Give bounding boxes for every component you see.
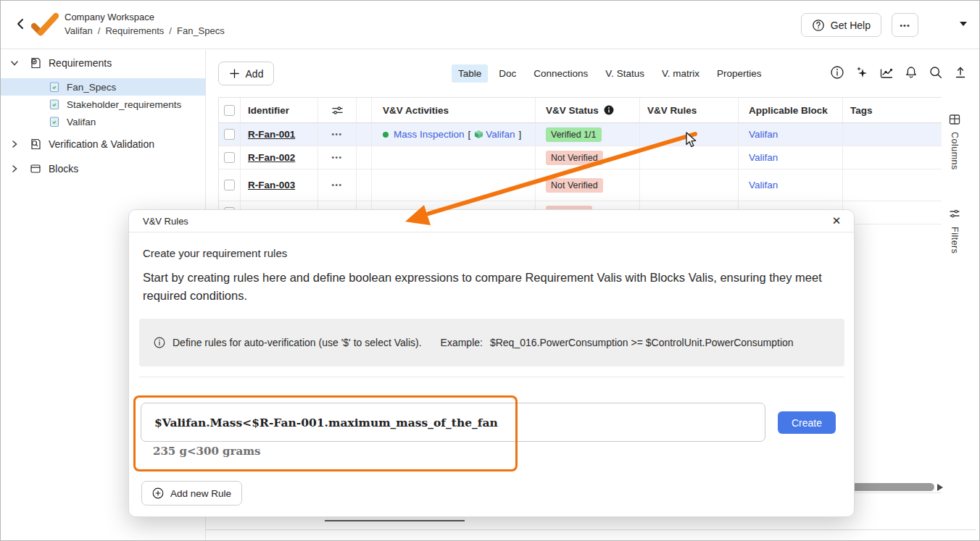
activities-cell: Mass Inspection [ Valifan ] bbox=[372, 123, 536, 146]
hint-example-label: Example: bbox=[441, 337, 483, 348]
column-spacer bbox=[357, 98, 372, 122]
activity-block-link[interactable]: Valifan bbox=[486, 129, 515, 140]
modal-heading: Create your requirement rules bbox=[143, 247, 287, 259]
column-header-status[interactable]: V&V Status bbox=[536, 98, 640, 122]
tags-cell[interactable] bbox=[843, 169, 943, 201]
table-header-row: Identifier V&V Activities V&V Status V&V… bbox=[219, 98, 942, 123]
create-button[interactable]: Create bbox=[778, 411, 836, 434]
row-menu-button[interactable]: ••• bbox=[331, 181, 342, 189]
row-checkbox[interactable] bbox=[224, 180, 235, 190]
column-header-activities[interactable]: V&V Activities bbox=[372, 98, 536, 122]
table-row[interactable]: R-Fan-002 ••• Not Verified Valifan bbox=[219, 146, 942, 169]
modal-description: Start by creating rules here and define … bbox=[143, 269, 833, 305]
activity-status-dot bbox=[383, 132, 389, 138]
applicable-block-link[interactable]: Valifan bbox=[749, 152, 778, 163]
sidebar-item-label: Verification & Validation bbox=[49, 138, 154, 150]
column-header-applicable-block[interactable]: Applicable Block bbox=[739, 98, 843, 122]
verification-icon bbox=[29, 138, 42, 151]
search-icon[interactable] bbox=[928, 64, 943, 80]
column-header-rules[interactable]: V&V Rules bbox=[640, 98, 739, 122]
column-settings-icon[interactable] bbox=[318, 98, 357, 122]
modal-divider bbox=[139, 377, 844, 377]
breadcrumb-item-valifan[interactable]: Valifan bbox=[65, 25, 93, 36]
tab-doc[interactable]: Doc bbox=[492, 64, 523, 83]
tab-table[interactable]: Table bbox=[452, 64, 488, 83]
sidebar-item-verification-validation[interactable]: Verification & Validation bbox=[1, 133, 205, 155]
sidebar-item-blocks[interactable]: Blocks bbox=[1, 158, 205, 180]
more-options-button[interactable]: ••• bbox=[892, 13, 918, 37]
add-new-rule-label: Add new Rule bbox=[170, 488, 231, 499]
ai-sparkle-icon[interactable] bbox=[854, 64, 869, 80]
sidebar-item-requirements[interactable]: Requirements bbox=[1, 52, 205, 74]
toolbar-icons bbox=[829, 64, 968, 80]
chevron-right-icon[interactable] bbox=[9, 139, 20, 149]
row-menu-button[interactable]: ••• bbox=[331, 130, 342, 138]
columns-label: Columns bbox=[950, 132, 960, 170]
applicable-block-link[interactable]: Valifan bbox=[749, 129, 778, 140]
chevron-right-icon[interactable] bbox=[9, 164, 20, 174]
sidebar-item-label: Blocks bbox=[49, 163, 78, 175]
tags-cell[interactable] bbox=[843, 146, 943, 169]
avatar-dropdown-icon[interactable] bbox=[960, 22, 967, 26]
info-icon[interactable] bbox=[829, 64, 844, 80]
tags-cell[interactable] bbox=[843, 123, 943, 146]
tab-connections[interactable]: Connections bbox=[527, 64, 594, 83]
row-checkbox[interactable] bbox=[224, 129, 235, 140]
sidebar-item-label: Stakeholder_requirements bbox=[67, 99, 181, 110]
get-help-button[interactable]: Get Help bbox=[801, 13, 881, 37]
add-button[interactable]: Add bbox=[218, 62, 274, 85]
help-icon bbox=[812, 19, 825, 32]
table-row[interactable]: R-Fan-003 ••• Not Verified Valifan bbox=[219, 169, 942, 201]
requirement-link[interactable]: R-Fan-003 bbox=[248, 180, 295, 190]
rules-cell[interactable] bbox=[640, 169, 739, 201]
tab-properties[interactable]: Properties bbox=[710, 64, 768, 83]
notifications-bell-icon[interactable] bbox=[903, 64, 918, 80]
tab-v-status[interactable]: V. Status bbox=[599, 64, 651, 83]
select-all-checkbox[interactable] bbox=[224, 105, 235, 116]
right-side-rail: Columns Filters bbox=[942, 97, 968, 493]
requirement-link[interactable]: R-Fan-001 bbox=[248, 129, 295, 140]
spec-file-icon bbox=[49, 98, 60, 110]
requirement-link[interactable]: R-Fan-002 bbox=[248, 152, 295, 163]
avatar[interactable]: P bbox=[928, 13, 952, 37]
scroll-right-icon[interactable] bbox=[937, 484, 943, 491]
hint-example: $Req_016.PowerConsumption >= $ControlUni… bbox=[490, 337, 794, 348]
rule-result-preview: 235 g<300 grams bbox=[153, 445, 261, 458]
add-new-rule-button[interactable]: Add new Rule bbox=[141, 481, 242, 506]
breadcrumb: Valifan/Requirements/Fan_Specs bbox=[65, 25, 225, 36]
status-info-icon[interactable] bbox=[604, 105, 614, 115]
sidebar-item-fan-specs[interactable]: Fan_Specs bbox=[1, 78, 205, 96]
sidebar-item-stakeholder-requirements[interactable]: Stakeholder_requirements bbox=[1, 96, 205, 113]
filters-panel-toggle[interactable]: Filters bbox=[942, 208, 968, 254]
top-header: Company Workspace Valifan/Requirements/F… bbox=[1, 1, 979, 49]
export-icon[interactable] bbox=[952, 64, 968, 80]
status-badge: Not Verified bbox=[546, 178, 603, 193]
back-icon[interactable] bbox=[12, 15, 30, 33]
row-checkbox[interactable] bbox=[224, 152, 235, 163]
sidebar-item-valifan[interactable]: Valifan bbox=[1, 113, 205, 130]
close-icon[interactable]: ✕ bbox=[829, 213, 844, 229]
column-header-tags[interactable]: Tags bbox=[843, 98, 943, 122]
breadcrumb-item-requirements[interactable]: Requirements bbox=[105, 25, 164, 36]
row-menu-button[interactable]: ••• bbox=[331, 154, 342, 162]
modal-header: V&V Rules ✕ bbox=[129, 210, 854, 232]
valispace-logo-icon bbox=[31, 10, 59, 38]
workspace-title: Company Workspace bbox=[65, 12, 154, 22]
chevron-down-icon[interactable] bbox=[9, 58, 20, 68]
breadcrumb-item-fan-specs[interactable]: Fan_Specs bbox=[177, 25, 225, 36]
hint-info-icon bbox=[154, 337, 165, 348]
circle-plus-icon bbox=[152, 487, 164, 499]
view-tabs: Table Doc Connections V. Status V. matri… bbox=[452, 63, 768, 83]
analytics-icon[interactable] bbox=[879, 64, 894, 80]
tab-v-matrix[interactable]: V. matrix bbox=[655, 64, 706, 83]
column-header-identifier[interactable]: Identifier bbox=[241, 98, 318, 122]
table-row[interactable]: R-Fan-001 ••• Mass Inspection [ Valifan … bbox=[219, 123, 942, 146]
filters-icon bbox=[948, 208, 961, 221]
rules-cell[interactable] bbox=[640, 146, 739, 169]
plus-icon bbox=[229, 68, 240, 79]
rule-expression-input[interactable]: $Valifan.Mass<$R-Fan-001.maximum_mass_of… bbox=[141, 403, 765, 442]
activity-link[interactable]: Mass Inspection bbox=[394, 129, 465, 140]
rules-cell[interactable] bbox=[640, 123, 739, 146]
applicable-block-link[interactable]: Valifan bbox=[749, 180, 778, 190]
columns-panel-toggle[interactable]: Columns bbox=[942, 113, 968, 170]
